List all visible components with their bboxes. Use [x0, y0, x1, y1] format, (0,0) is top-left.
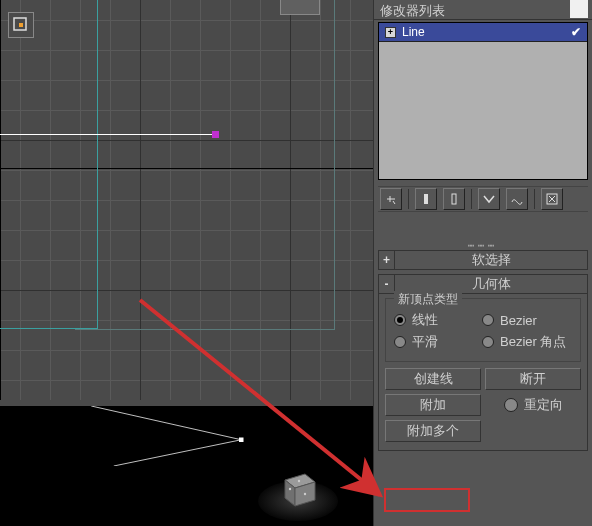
svg-point-8	[289, 488, 291, 490]
pin-stack-button[interactable]	[380, 188, 402, 210]
perspective-viewport[interactable]	[0, 406, 373, 526]
top-object-cube[interactable]	[280, 0, 320, 15]
rollup-geometry: - 几何体 新顶点类型 线性 Bezier	[374, 274, 592, 451]
panel-drag-handle[interactable]: ┉┉┉	[453, 240, 513, 246]
svg-rect-1	[19, 23, 23, 27]
modify-panel: 修改器列表 + Line ✔ ┉┉┉	[373, 0, 592, 526]
reorient-label: 重定向	[524, 396, 563, 414]
rollup-toggle-icon[interactable]: +	[379, 251, 395, 269]
modifier-stack[interactable]: + Line ✔	[378, 22, 588, 180]
svg-point-9	[304, 493, 306, 495]
modifier-list-label: 修改器列表	[380, 3, 445, 18]
radio-icon	[394, 314, 406, 326]
viewport-corner-icon	[13, 17, 29, 33]
radio-icon	[394, 336, 406, 348]
modifier-list-dropdown[interactable]	[570, 0, 588, 18]
reorient-checkbox-row[interactable]: 重定向	[485, 394, 581, 416]
new-vertex-type-group: 新顶点类型 线性 Bezier 平滑	[385, 298, 581, 362]
rollup-header-soft-select[interactable]: + 软选择	[378, 250, 588, 270]
modifier-item-line[interactable]: + Line ✔	[379, 23, 587, 42]
radio-icon	[482, 336, 494, 348]
attach-button[interactable]: 附加	[385, 394, 481, 416]
viewport-corner-button[interactable]	[8, 12, 34, 38]
geometry-body: 新顶点类型 线性 Bezier 平滑	[378, 294, 588, 451]
stack-toolbar	[378, 186, 588, 212]
remove-icon	[545, 192, 559, 206]
modifier-item-label: Line	[402, 25, 425, 39]
create-line-button[interactable]: 创建线	[385, 368, 481, 390]
vee-icon	[482, 192, 496, 206]
radio-bezier[interactable]: Bezier	[482, 313, 552, 328]
toolbar-separator	[534, 189, 535, 209]
spline-vertex[interactable]	[212, 131, 219, 138]
attach-multiple-button[interactable]: 附加多个	[385, 420, 481, 442]
radio-bezier-corner-label: Bezier 角点	[500, 333, 566, 351]
perspective-spline	[65, 406, 275, 466]
stack-button-2[interactable]	[443, 188, 465, 210]
radio-smooth[interactable]: 平滑	[394, 333, 464, 351]
viewport-area	[0, 0, 373, 526]
svg-line-4	[114, 440, 242, 466]
new-vertex-type-title: 新顶点类型	[394, 291, 462, 308]
radio-smooth-label: 平滑	[412, 333, 438, 351]
stack-icon-2	[447, 192, 461, 206]
pin-icon	[384, 192, 398, 206]
stack-icon-1	[419, 192, 433, 206]
spline-segment[interactable]	[0, 134, 215, 135]
svg-point-10	[298, 480, 300, 482]
svg-rect-12	[452, 194, 456, 204]
make-unique-button[interactable]	[506, 188, 528, 210]
modifier-active-check-icon: ✔	[571, 25, 581, 39]
rollup-soft-select: + 软选择	[374, 250, 592, 270]
object-rect-2[interactable]	[75, 0, 335, 330]
cube-object[interactable]	[275, 464, 321, 510]
show-end-button[interactable]	[478, 188, 500, 210]
modifier-list-header[interactable]: 修改器列表	[374, 0, 592, 20]
stack-button-1[interactable]	[415, 188, 437, 210]
curve-icon	[510, 192, 524, 206]
radio-linear-label: 线性	[412, 311, 438, 329]
rollup-title-soft-select: 软选择	[395, 251, 587, 269]
toolbar-separator	[471, 189, 472, 209]
toolbar-separator	[408, 189, 409, 209]
break-button[interactable]: 断开	[485, 368, 581, 390]
expand-icon[interactable]: +	[385, 27, 396, 38]
remove-modifier-button[interactable]	[541, 188, 563, 210]
radio-bezier-corner[interactable]: Bezier 角点	[482, 333, 566, 351]
radio-icon	[482, 314, 494, 326]
radio-linear[interactable]: 线性	[394, 311, 464, 329]
svg-line-2	[91, 406, 241, 440]
rollup-toggle-icon[interactable]: -	[379, 275, 395, 293]
checkbox-icon	[504, 398, 518, 412]
radio-bezier-label: Bezier	[500, 313, 537, 328]
svg-rect-11	[424, 194, 428, 204]
top-viewport[interactable]	[0, 0, 373, 400]
